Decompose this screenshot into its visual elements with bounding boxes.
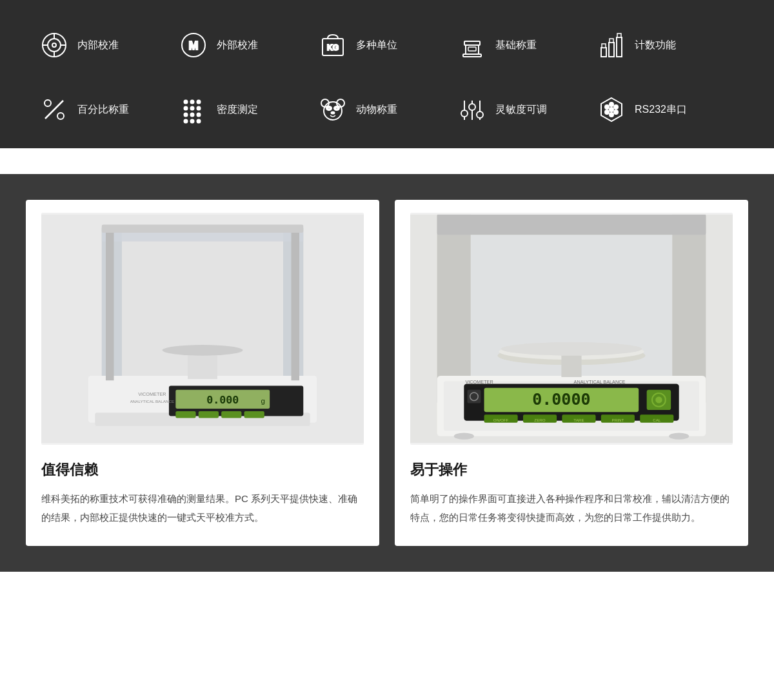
svg-point-32	[197, 113, 201, 117]
feature-internal-calibration: 内部校准	[39, 19, 178, 71]
svg-point-49	[477, 112, 483, 118]
svg-point-26	[197, 101, 201, 104]
scale-illustration-left: 0.000 g VICOMETER ANALYTICA	[41, 213, 364, 445]
m-circle-icon: M	[178, 30, 209, 61]
svg-point-33	[184, 120, 188, 123]
svg-text:g: g	[261, 397, 265, 405]
svg-rect-17	[617, 37, 622, 57]
scale-icon	[457, 30, 488, 61]
svg-rect-71	[221, 411, 241, 418]
svg-point-112	[454, 433, 474, 439]
svg-text:KG: KG	[327, 43, 339, 52]
svg-rect-81	[437, 215, 471, 403]
target-icon	[39, 30, 70, 61]
svg-point-36	[324, 102, 342, 120]
features-section: 内部校准 M 外部校准 KG 多	[0, 0, 774, 148]
svg-text:VICOMETER: VICOMETER	[465, 379, 493, 385]
svg-rect-94	[468, 390, 481, 403]
svg-line-21	[45, 101, 63, 119]
feature-label-sensitivity: 灵敏度可调	[495, 103, 547, 117]
svg-point-22	[45, 100, 51, 106]
kg-box-icon: KG	[317, 30, 348, 61]
features-grid: 内部校准 M 外部校准 KG 多	[39, 19, 735, 135]
svg-point-30	[184, 113, 188, 117]
svg-point-31	[191, 113, 194, 117]
feature-label-rs232: RS232串口	[635, 103, 687, 117]
svg-point-29	[197, 107, 201, 110]
feature-label-internal-calibration: 内部校准	[77, 39, 119, 52]
svg-point-1	[48, 39, 61, 52]
svg-point-34	[191, 120, 194, 123]
feature-counting: 计数功能	[596, 19, 735, 71]
svg-rect-12	[466, 45, 479, 54]
svg-rect-13	[464, 41, 480, 45]
svg-text:0.000: 0.000	[206, 394, 239, 406]
svg-point-35	[197, 120, 201, 123]
svg-rect-77	[106, 229, 114, 380]
svg-rect-111	[561, 356, 581, 377]
feature-label-external-calibration: 外部校准	[217, 39, 258, 52]
svg-text:VICOMETER: VICOMETER	[138, 391, 166, 397]
svg-point-51	[605, 105, 609, 109]
svg-text:0.0000: 0.0000	[532, 390, 590, 409]
svg-point-52	[610, 102, 613, 106]
scale-illustration-right: 0.0000 g ON/OFF ZERO	[410, 213, 733, 445]
svg-rect-14	[468, 47, 476, 51]
product-image-easy: 0.0000 g ON/OFF ZERO	[410, 213, 733, 445]
product-card-reliable: 0.000 g VICOMETER ANALYTICA	[26, 200, 379, 546]
svg-point-47	[461, 110, 468, 117]
svg-rect-69	[175, 411, 195, 418]
svg-rect-18	[602, 44, 606, 48]
feature-density: 密度测定	[178, 84, 317, 135]
svg-point-56	[614, 110, 618, 114]
feature-percent-weighing: 百分比称重	[39, 84, 178, 135]
feature-label-animal-weighing: 动物称重	[356, 103, 397, 117]
svg-rect-15	[601, 48, 606, 57]
feature-label-multi-unit: 多种单位	[356, 39, 397, 52]
svg-text:g: g	[633, 395, 638, 405]
svg-text:CAL: CAL	[653, 418, 661, 422]
svg-text:TARE: TARE	[573, 418, 584, 422]
product-title-reliable: 值得信赖	[41, 460, 364, 480]
svg-text:ANALYTICAL BALANCE: ANALYTICAL BALANCE	[130, 399, 174, 403]
percent-icon	[39, 94, 70, 125]
svg-rect-78	[292, 229, 300, 380]
svg-point-25	[191, 101, 194, 104]
sliders-icon	[457, 94, 488, 125]
panda-icon	[317, 94, 348, 125]
feature-multi-unit: KG 多种单位	[317, 19, 457, 71]
svg-point-110	[501, 342, 642, 356]
svg-point-74	[163, 345, 243, 356]
svg-rect-16	[609, 43, 614, 57]
svg-point-23	[57, 113, 64, 119]
svg-text:ZERO: ZERO	[534, 418, 546, 422]
svg-rect-82	[672, 215, 706, 403]
products-section: 0.000 g VICOMETER ANALYTICA	[0, 174, 774, 572]
product-description-reliable: 维科美拓的称重技术可获得准确的测量结果。PC 系列天平提供快速、准确的结果，内部…	[41, 490, 364, 527]
svg-rect-79	[102, 225, 304, 233]
svg-text:ANALYTICAL BALANCE: ANALYTICAL BALANCE	[574, 379, 626, 385]
feature-basic-weighing: 基础称重	[457, 19, 596, 71]
section-divider	[0, 148, 774, 174]
svg-point-93	[655, 396, 662, 403]
svg-point-54	[605, 110, 609, 114]
feature-label-basic-weighing: 基础称重	[495, 39, 537, 52]
feature-label-density: 密度测定	[217, 103, 258, 117]
feature-label-counting: 计数功能	[635, 39, 676, 52]
svg-point-27	[184, 107, 188, 110]
product-card-easy: 0.0000 g ON/OFF ZERO	[395, 200, 748, 546]
bar-chart-icon	[596, 30, 627, 61]
product-image-reliable: 0.000 g VICOMETER ANALYTICA	[41, 213, 364, 445]
svg-text:ON/OFF: ON/OFF	[493, 418, 509, 422]
svg-text:PRINT: PRINT	[612, 418, 624, 422]
svg-point-57	[610, 108, 613, 112]
product-description-easy: 简单明了的操作界面可直接进入各种操作程序和日常校准，辅以清洁方便的特点，您的日常…	[410, 490, 733, 527]
svg-point-55	[610, 113, 613, 117]
svg-rect-20	[617, 34, 621, 37]
svg-point-113	[669, 433, 689, 439]
connector-icon	[596, 94, 627, 125]
svg-rect-70	[199, 411, 219, 418]
grid-dots-icon	[178, 94, 209, 125]
svg-rect-83	[437, 215, 706, 235]
feature-rs232: RS232串口	[596, 84, 735, 135]
